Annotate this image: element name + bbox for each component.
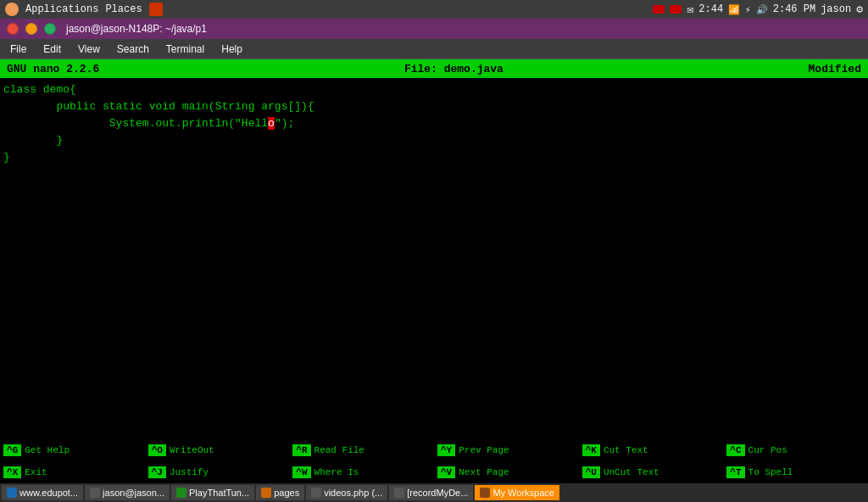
username-display: jason (821, 3, 851, 15)
code-line-4: } (3, 132, 868, 149)
close-button[interactable] (7, 23, 19, 35)
taskbar-item-edupot[interactable]: www.edupot... (2, 485, 83, 500)
editor-area[interactable]: class demo{ public static void main(Stri… (0, 78, 868, 426)
taskbar-item-terminal[interactable]: jason@jason... (85, 485, 170, 500)
taskbar-item-pages[interactable]: pages (256, 485, 304, 500)
taskbar-label-workspace: My Workspace (492, 488, 554, 498)
shortcut-key-cut-text: ^K (582, 444, 600, 456)
shortcut-label-next-page: Next Page (459, 467, 509, 477)
time-display-1: 2:44 (698, 3, 723, 15)
shortcut-writeout[interactable]: ^O WriteOut (145, 439, 290, 461)
taskbar-label-pages: pages (274, 488, 299, 498)
taskbar-icon-playthat (176, 488, 186, 498)
shortcut-cur-pos[interactable]: ^C Cur Pos (723, 439, 868, 461)
wifi-icon: 📶 (728, 4, 740, 15)
shortcut-label-prev-page: Prev Page (459, 445, 509, 455)
record-icon (653, 5, 665, 14)
shortcut-label-to-spell: To Spell (748, 467, 793, 477)
taskbar-icon-pages (261, 488, 271, 498)
taskbar-icon-videos (311, 488, 321, 498)
app-shortcut-icon[interactable] (149, 3, 163, 16)
shortcut-key-read-file: ^R (292, 444, 310, 456)
shortcut-key-to-spell: ^T (726, 466, 744, 478)
shortcut-label-uncut-text: UnCut Text (604, 467, 659, 477)
shortcuts-bar: ^G Get Help ^O WriteOut ^R Read File ^Y … (0, 439, 868, 483)
code-line-5: } (3, 149, 868, 166)
nano-filename: File: demo.java (404, 63, 504, 75)
shortcut-label-read-file: Read File (314, 445, 364, 455)
menu-view[interactable]: View (71, 42, 107, 57)
shortcuts-row-2: ^X Exit ^J Justify ^W Where Is ^V Next P… (0, 461, 868, 483)
code-line-2: public static void main(String args[]){ (3, 98, 868, 115)
maximize-button[interactable] (44, 23, 56, 35)
taskbar-item-workspace[interactable]: My Workspace (475, 485, 559, 500)
envelope-icon: ✉ (687, 3, 693, 16)
shortcut-key-exit: ^X (3, 466, 21, 478)
shortcut-get-help[interactable]: ^G Get Help (0, 439, 145, 461)
menu-search[interactable]: Search (110, 42, 156, 57)
minimize-button[interactable] (25, 23, 37, 35)
shortcut-next-page[interactable]: ^V Next Page (434, 461, 579, 483)
menu-file[interactable]: File (3, 42, 33, 57)
shortcut-key-prev-page: ^Y (437, 444, 455, 456)
distro-icon (5, 3, 19, 16)
applications-menu[interactable]: Applications (25, 3, 98, 15)
taskbar: www.edupot... jason@jason... PlayThatTun… (0, 483, 868, 502)
taskbar-icon-terminal (90, 488, 100, 498)
shortcut-label-exit: Exit (25, 467, 47, 477)
shortcut-label-justify: Justify (170, 467, 209, 477)
shortcut-key-justify: ^J (148, 466, 166, 478)
taskbar-item-videos[interactable]: videos.php (... (306, 485, 387, 500)
nano-status: Modified (809, 63, 861, 75)
code-line-1: class demo{ (3, 81, 868, 98)
taskbar-item-recordmy[interactable]: [recordMyDe... (389, 485, 473, 500)
shortcut-label-writeout: WriteOut (170, 445, 214, 455)
shortcut-read-file[interactable]: ^R Read File (289, 439, 434, 461)
code-line-3: System.out.println("Hello"); (3, 115, 868, 132)
shortcut-uncut-text[interactable]: ^U UnCut Text (579, 461, 724, 483)
shortcuts-row-1: ^G Get Help ^O WriteOut ^R Read File ^Y … (0, 439, 868, 461)
shortcut-justify[interactable]: ^J Justify (145, 461, 290, 483)
shortcut-prev-page[interactable]: ^Y Prev Page (434, 439, 579, 461)
nano-header: GNU nano 2.2.6 File: demo.java Modified (0, 59, 868, 78)
nano-version: GNU nano 2.2.6 (7, 63, 99, 75)
shortcut-label-get-help: Get Help (25, 445, 70, 455)
shortcut-label-cur-pos: Cur Pos (748, 445, 787, 455)
shortcut-key-where-is: ^W (292, 466, 310, 478)
shortcut-label-cut-text: Cut Text (604, 445, 648, 455)
bluetooth-icon: ⚡ (745, 4, 751, 15)
taskbar-label-terminal: jason@jason... (103, 488, 164, 498)
stop-icon (670, 5, 682, 14)
taskbar-label-edupot: www.edupot... (19, 488, 78, 498)
shortcut-to-spell[interactable]: ^T To Spell (723, 461, 868, 483)
places-menu[interactable]: Places (105, 3, 142, 15)
volume-icon: 🔊 (756, 4, 768, 15)
taskbar-label-videos: videos.php (... (324, 488, 382, 498)
shortcut-where-is[interactable]: ^W Where Is (289, 461, 434, 483)
time-display-2: 2:46 PM (773, 3, 815, 15)
menu-terminal[interactable]: Terminal (159, 42, 211, 57)
cursor: o (268, 117, 275, 130)
shortcut-cut-text[interactable]: ^K Cut Text (579, 439, 724, 461)
shortcut-key-uncut-text: ^U (582, 466, 600, 478)
shortcut-label-where-is: Where Is (314, 467, 359, 477)
settings-icon[interactable]: ⚙ (856, 3, 863, 16)
taskbar-item-playthat[interactable]: PlayThatTun... (171, 485, 254, 500)
taskbar-icon-edupot (7, 488, 17, 498)
system-bar: Applications Places ✉ 2:44 📶 ⚡ 🔊 2:46 PM… (0, 0, 868, 19)
taskbar-icon-workspace (480, 488, 490, 498)
title-bar: jason@jason-N148P: ~/java/p1 (0, 19, 868, 39)
menu-help[interactable]: Help (214, 42, 249, 57)
taskbar-label-recordmy: [recordMyDe... (407, 488, 468, 498)
menu-bar: File Edit View Search Terminal Help (0, 39, 868, 59)
shortcut-key-next-page: ^V (437, 466, 455, 478)
shortcut-exit[interactable]: ^X Exit (0, 461, 145, 483)
taskbar-label-playthat: PlayThatTun... (189, 488, 249, 498)
shortcut-key-get-help: ^G (3, 444, 21, 456)
shortcut-key-cur-pos: ^C (726, 444, 744, 456)
taskbar-icon-recordmy (394, 488, 404, 498)
shortcut-key-writeout: ^O (148, 444, 166, 456)
menu-edit[interactable]: Edit (36, 42, 68, 57)
window-title: jason@jason-N148P: ~/java/p1 (66, 23, 207, 35)
